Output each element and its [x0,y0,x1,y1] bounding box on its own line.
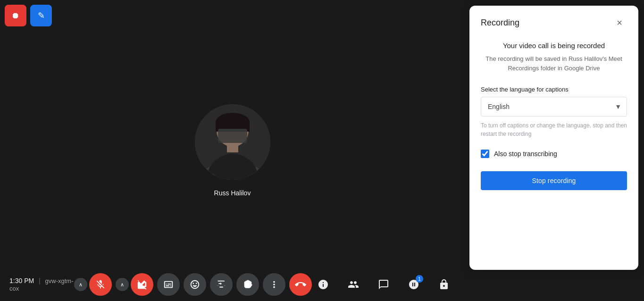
checkbox-row: Also stop transcribing [481,150,627,158]
recording-status-title: Your video call is being recorded [481,42,627,50]
camera-button[interactable] [131,273,153,296]
record-icon: ⏺ [11,11,20,21]
meeting-info-left: 1:30 PM | gvw-xgtm-cox [9,277,74,292]
captions-button[interactable] [157,273,180,296]
panel-close-button[interactable]: × [612,15,627,30]
chevron-up-icon-cam: ∧ [120,282,124,288]
language-hint: To turn off captions or change the langu… [481,121,627,138]
meeting-info-button[interactable] [312,273,335,296]
stop-transcribing-label[interactable]: Also stop transcribing [494,150,557,158]
language-section-label: Select the language for captions [481,86,627,93]
activities-button[interactable]: 1 [402,273,425,296]
present-icon [216,279,226,290]
cam-chevron-button[interactable]: ∧ [116,278,129,291]
main-video-area: 📌 ✦ ⋮ Russ Halilov [0,0,465,301]
edit-icon: ✎ [38,10,45,21]
more-vert-icon [269,279,279,290]
stop-recording-button[interactable]: Stop recording [481,171,627,190]
chevron-up-icon: ∧ [79,282,83,288]
mic-chevron-button[interactable]: ∧ [74,278,87,291]
end-call-icon [295,279,306,290]
chat-icon [378,279,389,290]
activities-badge: 1 [416,275,423,283]
language-select-wrapper: English Spanish French German Portuguese… [481,97,627,117]
panel-header: Recording × [469,6,638,38]
edit-button[interactable]: ✎ [30,5,52,26]
language-select[interactable]: English Spanish French German Portuguese… [481,97,627,117]
security-button[interactable] [433,273,455,296]
recording-status-desc: The recording will be saved in Russ Hali… [481,54,627,73]
cam-off-icon [137,279,147,290]
emoji-button[interactable] [184,273,206,296]
mic-group: ∧ [74,273,112,296]
record-button[interactable]: ⏺ [5,5,26,26]
panel-body: Your video call is being recorded The re… [469,38,638,270]
top-bar: ⏺ ✎ [5,5,52,26]
cam-group: ∧ [116,273,153,296]
info-icon [318,279,329,290]
microphone-button[interactable] [89,273,112,296]
raise-hand-button[interactable] [236,273,259,296]
right-controls: 1 [312,273,455,296]
chat-button[interactable] [372,273,395,296]
more-options-button[interactable] [263,273,285,296]
present-button[interactable] [210,273,233,296]
avatar: 📌 ✦ ⋮ [195,104,270,180]
participant-name: Russ Halilov [214,189,251,197]
captions-icon [163,279,174,290]
participants-button[interactable] [342,273,365,296]
meeting-time: 1:30 PM | gvw-xgtm-cox [9,277,74,292]
hand-icon [243,279,253,290]
bottom-controls: ∧ ∧ [74,273,312,296]
people-icon [348,279,359,290]
stop-transcribing-checkbox[interactable] [481,150,489,158]
lock-icon [438,279,450,290]
bottom-bar: 1:30 PM | gvw-xgtm-cox ∧ ∧ [0,268,465,301]
participant-tile: 📌 ✦ ⋮ Russ Halilov [195,104,270,197]
panel-title: Recording [481,18,519,28]
mic-off-icon [95,279,106,290]
emoji-icon [190,279,200,290]
end-call-button[interactable] [289,273,312,296]
recording-panel: Recording × Your video call is being rec… [469,6,638,270]
